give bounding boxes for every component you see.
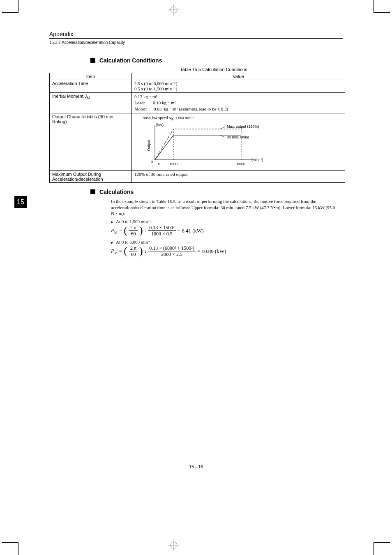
bullet-icon <box>111 242 113 244</box>
formula-2: PM = ( 2 π60 )2 0.13 × (6000² + 1500²)20… <box>111 246 343 257</box>
section-heading-conditions: Calculation Conditions <box>90 57 343 64</box>
page-number: 15 - 16 <box>189 464 203 469</box>
row4-value: 120% of 30 min. rated output <box>132 170 345 182</box>
output-chart: 0 (kW) 0 1500 6000 (min⁻¹) Max. output (… <box>143 123 282 168</box>
row2-item: Inertial Moment JM <box>50 93 132 113</box>
section-heading-text: Calculations <box>99 189 134 195</box>
calculations-intro: In the example shown in Table 15.5, as a… <box>111 198 343 217</box>
svg-text:Max. output (120%): Max. output (120%) <box>227 124 259 129</box>
svg-text:(min⁻¹): (min⁻¹) <box>251 158 263 162</box>
svg-text:1500: 1500 <box>169 162 178 166</box>
svg-text:(kW): (kW) <box>156 123 164 127</box>
formula-1: PM = ( 2 π60 )2 0.13 × 1500²1000 × 0.5 =… <box>111 225 343 236</box>
row1-item: Acceleration Time <box>50 80 132 93</box>
registration-mark-bottom <box>168 539 180 551</box>
svg-text:Output: Output <box>147 140 151 151</box>
conditions-table: Item Value Acceleration Time 2.5 s (0 to… <box>49 73 345 183</box>
svg-text:0: 0 <box>158 162 160 166</box>
subsection-title: 15.3.2 Acceleration/deceleration Capacit… <box>49 40 343 45</box>
bullet-1: At 0 to 1,500 min⁻¹ <box>111 219 343 224</box>
row3-value: Basic low speed NB: 1,500 min⁻¹ <box>132 113 345 171</box>
col-item: Item <box>50 73 132 80</box>
square-bullet-icon <box>90 58 95 63</box>
svg-text:6000: 6000 <box>237 162 245 166</box>
section-heading-calculations: Calculations <box>90 189 343 195</box>
bullet-icon <box>111 221 113 223</box>
row4-item: Maximum Output During Acceleration/decel… <box>50 170 132 182</box>
bullet-2: At 0 to 6,000 min⁻¹ <box>111 240 343 245</box>
section-heading-text: Calculation Conditions <box>99 57 162 64</box>
svg-text:30 min. rating: 30 min. rating <box>227 135 249 139</box>
svg-text:0: 0 <box>151 160 153 164</box>
row3-item: Output Characteristics (30 min. Rating) <box>50 113 132 171</box>
table-caption: Table 15.5 Calculation Conditions <box>90 67 337 72</box>
svg-line-11 <box>220 135 225 137</box>
row1-value: 2.5 s (0 to 6,000 min⁻¹) 0.5 s (0 to 1,5… <box>132 80 345 93</box>
row2-value: 0.13 kg・m² Load: 0.10 kg・m² Motor: 0.03 … <box>132 93 345 113</box>
svg-line-10 <box>220 127 225 129</box>
col-value: Value <box>132 73 345 80</box>
appendix-title: Appendix <box>49 31 343 37</box>
square-bullet-icon <box>90 189 95 194</box>
